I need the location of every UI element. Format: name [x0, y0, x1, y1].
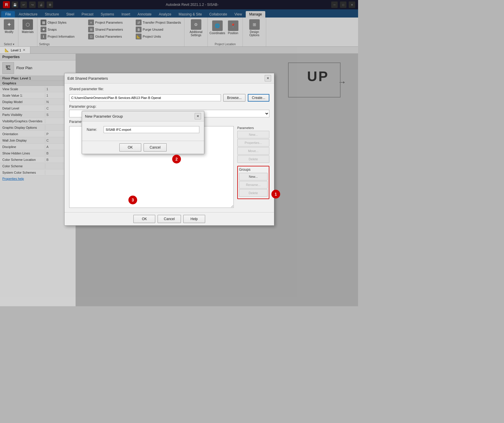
new-group-ok-button[interactable]: OK	[119, 143, 141, 152]
group-new-button[interactable]: New...	[239, 173, 268, 180]
param-properties-button[interactable]: Properties...	[237, 139, 269, 147]
new-group-close-button[interactable]: ✕	[195, 113, 201, 119]
edit-shared-close-button[interactable]: ✕	[265, 75, 271, 81]
name-field-row: Name:	[87, 126, 199, 133]
edit-shared-ok-button[interactable]: OK	[133, 215, 155, 223]
create-button[interactable]: Create...	[248, 94, 269, 102]
edit-shared-help-button[interactable]: Help	[183, 215, 205, 223]
new-group-cancel-button[interactable]: Cancel	[144, 143, 167, 152]
name-label: Name:	[87, 128, 101, 132]
edit-shared-title: Edit Shared Parameters	[67, 76, 108, 81]
param-group-label: Parameter group:	[69, 105, 269, 109]
group-delete-button[interactable]: Delete	[239, 189, 268, 197]
browse-button[interactable]: Browse...	[223, 94, 245, 102]
groups-section: Groups New... Rename... Delete	[237, 166, 269, 199]
groups-box: Groups New... Rename... Delete	[237, 166, 269, 199]
shared-file-row: Shared parameter file:	[69, 87, 269, 91]
param-move-button[interactable]: Move...	[237, 147, 269, 155]
edit-shared-cancel-button[interactable]: Cancel	[158, 215, 181, 223]
edit-shared-dialog-titlebar: Edit Shared Parameters ✕	[64, 73, 274, 83]
param-delete-button[interactable]: Delete	[237, 155, 269, 163]
shared-file-label: Shared parameter file:	[69, 87, 104, 91]
parameters-section-label: Parameters	[237, 126, 269, 130]
params-buttons: Parameters New... Properties... Move... …	[237, 126, 269, 209]
shared-file-input[interactable]	[69, 94, 221, 101]
new-group-title: New Parameter Group	[85, 114, 123, 119]
new-group-titlebar: New Parameter Group ✕	[82, 111, 204, 121]
param-new-button[interactable]: New...	[237, 131, 269, 138]
group-rename-button[interactable]: Rename...	[239, 181, 268, 189]
new-group-footer: OK Cancel	[82, 141, 204, 154]
shared-file-input-row: Browse... Create...	[69, 94, 269, 102]
group-name-input[interactable]	[104, 126, 199, 133]
new-group-body: Name:	[82, 121, 204, 141]
edit-shared-footer: OK Cancel Help	[64, 212, 274, 225]
groups-label: Groups	[239, 168, 268, 172]
new-parameter-group-dialog: New Parameter Group ✕ Name: OK Cancel	[82, 111, 204, 154]
